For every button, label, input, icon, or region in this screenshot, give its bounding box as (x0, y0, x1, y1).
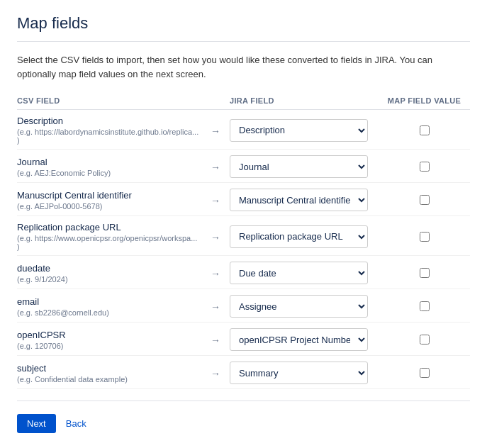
csv-field-col-duedate: duedate(e.g. 9/1/2024) (17, 263, 201, 284)
map-checkbox-replication-package-url[interactable] (420, 232, 430, 242)
map-value-col-replication-package-url (379, 232, 470, 242)
csv-field-example-replication-package-url: (e.g. https://www.openicpsr.org/openicps… (17, 234, 201, 251)
arrow-icon-manuscript-central-identifier: → (201, 194, 230, 206)
table-row: Description(e.g. https://labordynamicsin… (17, 110, 470, 150)
jira-field-col-subject: DescriptionSummaryJournalManuscript Cent… (230, 362, 379, 384)
csv-field-example-duedate: (e.g. 9/1/2024) (17, 275, 201, 284)
csv-field-col-subject: subject(e.g. Confidential data example) (17, 363, 201, 383)
jira-select-subject[interactable]: DescriptionSummaryJournalManuscript Cent… (230, 362, 368, 384)
header-arrow-spacer (201, 96, 230, 105)
arrow-icon-description: → (201, 124, 230, 137)
csv-field-example-email: (e.g. sb2286@cornell.edu) (17, 308, 201, 317)
csv-field-name-subject: subject (17, 363, 201, 374)
jira-field-col-duedate: DescriptionSummaryJournalManuscript Cent… (230, 262, 379, 284)
jira-select-email[interactable]: DescriptionSummaryJournalManuscript Cent… (230, 295, 368, 318)
table-row: Replication package URL(e.g. https://www… (17, 216, 470, 256)
jira-field-col-replication-package-url: DescriptionSummaryJournalManuscript Cent… (230, 225, 379, 248)
header-map-field-value: Map field value (379, 96, 470, 105)
footer-buttons: Next Back (17, 414, 470, 433)
table-row: subject(e.g. Confidential data example)→… (17, 356, 470, 389)
next-button[interactable]: Next (17, 414, 56, 433)
description-text: Select the CSV fields to import, then se… (17, 53, 470, 81)
csv-field-col-email: email(e.g. sb2286@cornell.edu) (17, 296, 201, 317)
jira-select-openicpsr[interactable]: DescriptionSummaryJournalManuscript Cent… (230, 328, 368, 351)
arrow-icon-replication-package-url: → (201, 230, 230, 243)
csv-field-col-journal: Journal(e.g. AEJ:Economic Policy) (17, 157, 201, 177)
jira-field-col-manuscript-central-identifier: DescriptionSummaryJournalManuscript Cent… (230, 189, 379, 211)
map-checkbox-openicpsr[interactable] (420, 335, 430, 345)
csv-field-name-duedate: duedate (17, 263, 201, 274)
map-checkbox-email[interactable] (420, 301, 430, 311)
map-checkbox-subject[interactable] (420, 368, 430, 378)
map-value-col-email (379, 301, 470, 311)
csv-field-name-manuscript-central-identifier: Manuscript Central identifier (17, 190, 201, 201)
map-value-col-journal (379, 162, 470, 172)
jira-select-replication-package-url[interactable]: DescriptionSummaryJournalManuscript Cent… (230, 225, 368, 248)
csv-field-col-manuscript-central-identifier: Manuscript Central identifier(e.g. AEJPo… (17, 190, 201, 211)
csv-field-example-manuscript-central-identifier: (e.g. AEJPol-0000-5678) (17, 202, 201, 211)
arrow-icon-journal: → (201, 160, 230, 173)
jira-field-col-description: DescriptionSummaryJournalManuscript Cent… (230, 119, 379, 142)
back-button[interactable]: Back (63, 414, 89, 433)
map-checkbox-manuscript-central-identifier[interactable] (420, 195, 430, 205)
csv-field-name-email: email (17, 296, 201, 307)
arrow-icon-subject: → (201, 366, 230, 379)
table-row: email(e.g. sb2286@cornell.edu)→Descripti… (17, 289, 470, 323)
map-checkbox-description[interactable] (420, 125, 430, 135)
csv-field-name-replication-package-url: Replication package URL (17, 222, 201, 233)
header-csv-field: CSV Field (17, 96, 201, 105)
table-row: Manuscript Central identifier(e.g. AEJPo… (17, 183, 470, 216)
page-title: Map fields (17, 14, 470, 33)
map-value-col-subject (379, 368, 470, 378)
jira-select-journal[interactable]: DescriptionSummaryJournalManuscript Cent… (230, 155, 368, 178)
map-checkbox-duedate[interactable] (420, 268, 430, 278)
csv-field-example-description: (e.g. https://labordynamicsinstitute.git… (17, 128, 201, 145)
jira-field-col-email: DescriptionSummaryJournalManuscript Cent… (230, 295, 379, 318)
csv-field-col-description: Description(e.g. https://labordynamicsin… (17, 116, 201, 145)
table-row: Journal(e.g. AEJ:Economic Policy)→Descri… (17, 150, 470, 183)
csv-field-example-journal: (e.g. AEJ:Economic Policy) (17, 169, 201, 177)
csv-field-example-openicpsr: (e.g. 120706) (17, 342, 201, 350)
top-divider (17, 41, 470, 42)
page-container: Map fields Select the CSV fields to impo… (0, 0, 487, 447)
map-value-col-openicpsr (379, 335, 470, 345)
arrow-icon-email: → (201, 300, 230, 313)
csv-field-name-description: Description (17, 116, 201, 126)
csv-field-col-replication-package-url: Replication package URL(e.g. https://www… (17, 222, 201, 251)
csv-field-name-openicpsr: openICPSR (17, 330, 201, 340)
arrow-icon-openicpsr: → (201, 333, 230, 346)
csv-field-col-openicpsr: openICPSR(e.g. 120706) (17, 330, 201, 350)
jira-select-manuscript-central-identifier[interactable]: DescriptionSummaryJournalManuscript Cent… (230, 189, 368, 211)
jira-select-description[interactable]: DescriptionSummaryJournalManuscript Cent… (230, 119, 368, 142)
map-value-col-manuscript-central-identifier (379, 195, 470, 205)
jira-field-col-openicpsr: DescriptionSummaryJournalManuscript Cent… (230, 328, 379, 351)
csv-field-example-subject: (e.g. Confidential data example) (17, 375, 201, 383)
header-jira-field: JIRA field (230, 96, 379, 105)
arrow-icon-duedate: → (201, 267, 230, 279)
jira-select-duedate[interactable]: DescriptionSummaryJournalManuscript Cent… (230, 262, 368, 284)
csv-field-name-journal: Journal (17, 157, 201, 167)
field-rows-container: Description(e.g. https://labordynamicsin… (17, 110, 470, 389)
table-header: CSV Field JIRA field Map field value (17, 94, 470, 110)
map-value-col-description (379, 125, 470, 135)
jira-field-col-journal: DescriptionSummaryJournalManuscript Cent… (230, 155, 379, 178)
table-row: duedate(e.g. 9/1/2024)→DescriptionSummar… (17, 256, 470, 289)
table-row: openICPSR(e.g. 120706)→DescriptionSummar… (17, 323, 470, 356)
map-value-col-duedate (379, 268, 470, 278)
bottom-divider (17, 401, 470, 401)
map-checkbox-journal[interactable] (420, 162, 430, 172)
